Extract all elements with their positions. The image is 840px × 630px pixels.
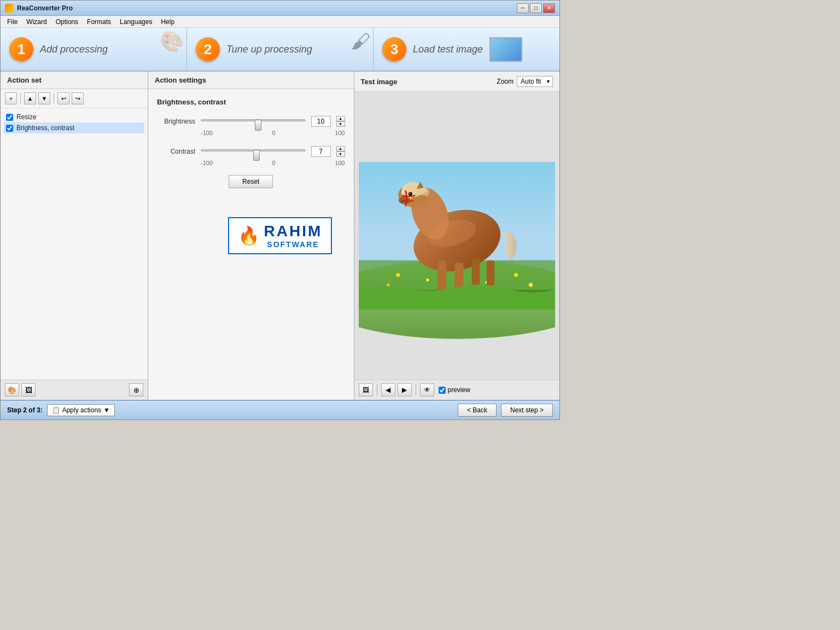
zoom-select[interactable]: Auto fit 25% 50% 75% 100% 150% 200% — [517, 76, 553, 87]
brightness-label: Brightness — [157, 118, 195, 125]
close-button[interactable]: ✕ — [543, 3, 555, 13]
menu-wizard[interactable]: Wizard — [22, 17, 51, 27]
main-window: ReaConverter Pro ─ □ ✕ File Wizard Optio… — [0, 0, 560, 420]
action-set-panel: Action set + ▲ ▼ ↩ ↪ Resize Brightness, … — [1, 72, 148, 400]
step1-number: 1 — [9, 37, 33, 61]
redo-button[interactable]: ↪ — [72, 92, 84, 104]
svg-point-16 — [409, 192, 411, 194]
zoom-select-wrapper: Auto fit 25% 50% 75% 100% 150% 200% — [517, 76, 553, 87]
save-set-button[interactable]: ⊕ — [129, 383, 143, 396]
brightness-max: 100 — [335, 130, 345, 136]
step1-title: Add processing — [40, 44, 108, 55]
resize-checkbox[interactable] — [6, 114, 13, 121]
brightness-value: 10 — [311, 116, 331, 127]
menu-options[interactable]: Options — [51, 17, 83, 27]
next-image-button[interactable]: ▶ — [398, 383, 412, 396]
preview-checkbox[interactable] — [439, 387, 446, 394]
contrast-scale: -100 0 100 — [201, 160, 345, 166]
step2-decoration: 🖌 — [351, 30, 371, 53]
menu-file[interactable]: File — [3, 17, 22, 27]
step3-thumbnail — [489, 37, 522, 62]
step-header: 1 Add processing 🎨 2 Tune up processing … — [1, 28, 559, 72]
contrast-slider[interactable] — [201, 145, 306, 156]
move-up-button[interactable]: ▲ — [24, 92, 36, 104]
brightness-scale: -100 0 100 — [201, 130, 345, 136]
contrast-spin: ▲ ▼ — [336, 146, 345, 157]
action-item-resize[interactable]: Resize — [4, 112, 144, 122]
action-item-brightness[interactable]: Brightness, contrast — [4, 122, 144, 133]
footer-sep1 — [377, 384, 377, 396]
svg-point-4 — [426, 278, 429, 281]
brightness-spin-up[interactable]: ▲ — [336, 116, 345, 121]
main-area: 🔥 RAHIM SOFTWARE Action set + ▲ ▼ ↩ ↪ — [1, 72, 559, 400]
svg-point-10 — [528, 283, 532, 287]
preview-label: preview — [448, 386, 470, 394]
horse-image — [359, 96, 556, 375]
menu-help[interactable]: Help — [156, 17, 179, 27]
image-display — [354, 92, 560, 380]
load-set-button[interactable]: 🖼 — [21, 383, 36, 396]
contrast-min: -100 — [201, 160, 213, 166]
brightness-spin-down[interactable]: ▼ — [336, 121, 345, 127]
test-image-header: Test image Zoom Auto fit 25% 50% 75% 100… — [354, 72, 560, 92]
contrast-max: 100 — [335, 160, 345, 166]
step1-section[interactable]: 1 Add processing 🎨 — [1, 28, 187, 71]
app-icon — [5, 4, 14, 13]
next-button[interactable]: Next step > — [501, 404, 553, 417]
svg-point-7 — [514, 273, 518, 277]
action-list: Resize Brightness, contrast — [1, 108, 148, 380]
brightness-spin: ▲ ▼ — [336, 116, 345, 127]
svg-point-8 — [387, 283, 389, 286]
step2-section[interactable]: 2 Tune up processing 🖌 — [187, 28, 374, 71]
brightness-slider[interactable] — [201, 115, 306, 126]
view-button[interactable]: 👁 — [420, 383, 434, 396]
status-bar: Step 2 of 3: 📋 Apply actions ▼ < Back Ne… — [1, 400, 559, 419]
menu-languages[interactable]: Languages — [115, 17, 156, 27]
load-image-button[interactable]: 🖼 — [359, 383, 373, 396]
toolbar-sep2 — [54, 93, 54, 104]
add-set-button[interactable]: 🎨 — [5, 383, 19, 396]
undo-button[interactable]: ↩ — [57, 92, 69, 104]
add-action-button[interactable]: + — [5, 92, 17, 104]
step2-number: 2 — [196, 37, 220, 61]
minimize-button[interactable]: ─ — [517, 3, 529, 13]
back-button[interactable]: < Back — [458, 404, 497, 417]
reset-button[interactable]: Reset — [229, 175, 273, 188]
zoom-label: Zoom — [497, 78, 514, 85]
contrast-row: Contrast 7 ▲ ▼ — [157, 145, 345, 158]
toolbar-sep1 — [20, 93, 21, 104]
restore-button[interactable]: □ — [530, 3, 542, 13]
svg-point-3 — [396, 273, 400, 277]
brightness-contrast-checkbox[interactable] — [6, 125, 13, 132]
brightness-row: Brightness 10 ▲ ▼ — [157, 115, 345, 127]
test-image-panel: Test image Zoom Auto fit 25% 50% 75% 100… — [354, 72, 560, 400]
action-set-title: Action set — [1, 72, 148, 89]
contrast-zero: 0 — [272, 160, 276, 166]
step-indicator: Step 2 of 3: — [7, 406, 43, 414]
step2-title: Tune up processing — [226, 44, 312, 55]
contrast-label: Contrast — [157, 148, 195, 155]
menu-formats[interactable]: Formats — [83, 17, 115, 27]
settings-content: Brightness, contrast Brightness 10 ▲ ▼ -… — [148, 89, 354, 400]
step3-title: Load test image — [413, 44, 483, 55]
window-title: ReaConverter Pro — [17, 4, 73, 12]
move-down-button[interactable]: ▼ — [38, 92, 50, 104]
title-bar-left: ReaConverter Pro — [5, 4, 73, 13]
brightness-zero: 0 — [272, 130, 276, 136]
step-dropdown-label: Apply actions — [62, 406, 101, 414]
left-panel-footer: 🎨 🖼 ⊕ — [1, 380, 148, 400]
contrast-spin-down[interactable]: ▼ — [336, 151, 345, 157]
brightness-min: -100 — [201, 130, 213, 136]
step1-decoration: 🎨 — [160, 30, 184, 53]
window-controls: ─ □ ✕ — [517, 3, 555, 13]
brightness-slider-container — [201, 115, 306, 127]
contrast-spin-up[interactable]: ▲ — [336, 146, 345, 151]
contrast-value: 7 — [311, 146, 331, 157]
step-dropdown[interactable]: 📋 Apply actions ▼ — [47, 404, 115, 416]
step3-section[interactable]: 3 Load test image — [374, 28, 559, 71]
menu-bar: File Wizard Options Formats Languages He… — [1, 16, 559, 28]
prev-image-button[interactable]: ◀ — [381, 383, 395, 396]
status-left: Step 2 of 3: 📋 Apply actions ▼ — [7, 404, 115, 416]
preview-check-area: preview — [439, 386, 470, 394]
settings-section-title: Brightness, contrast — [157, 98, 345, 106]
